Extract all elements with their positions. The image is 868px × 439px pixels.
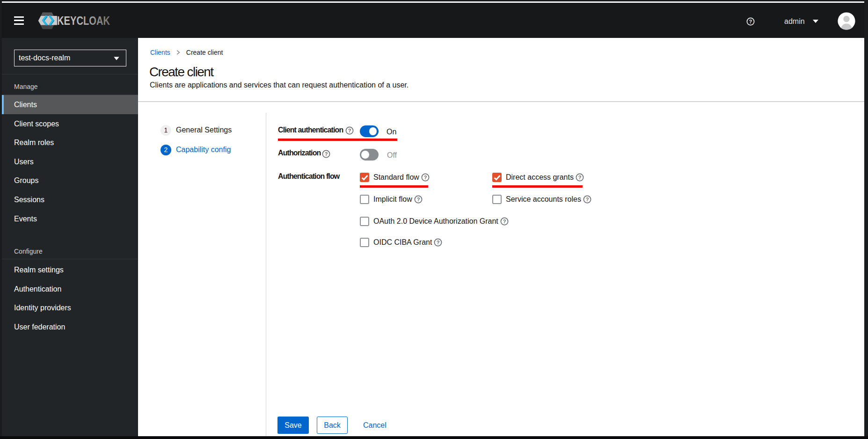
svg-text:?: ? [586,197,589,202]
svg-text:?: ? [423,175,427,180]
svg-text:?: ? [348,128,351,133]
svg-text:?: ? [503,219,506,224]
svg-text:?: ? [749,19,752,24]
svg-text:?: ? [578,175,582,180]
svg-text:?: ? [437,240,440,245]
svg-text:?: ? [416,197,420,202]
svg-text:KEYCLOAK: KEYCLOAK [57,14,110,27]
svg-text:?: ? [324,151,328,157]
